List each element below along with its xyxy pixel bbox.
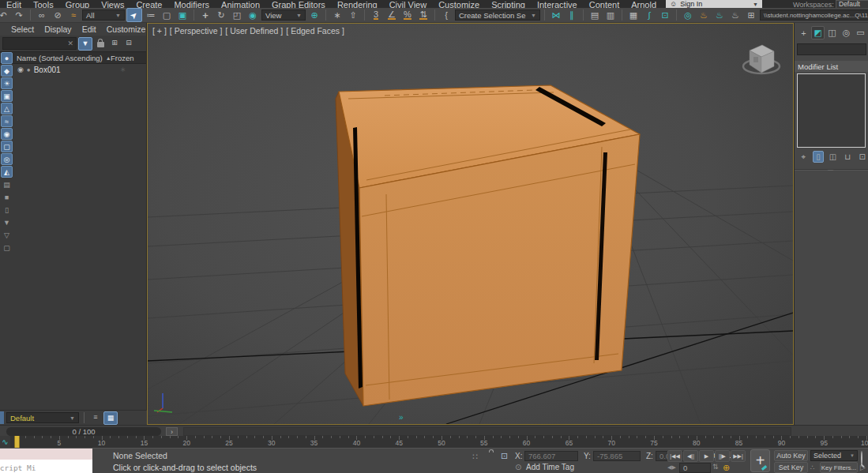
perspective-viewport[interactable]: [ + ][ Perspective ][ User Defined ][ Ed…: [147, 23, 794, 425]
render-setup-icon[interactable]: ♨: [697, 9, 711, 21]
frozen-toggle[interactable]: ∗: [120, 66, 126, 73]
menu-edit[interactable]: Edit: [6, 0, 21, 8]
menu-arnold[interactable]: Arnold: [631, 0, 656, 8]
visibility-eye-icon[interactable]: ◉: [17, 66, 24, 73]
current-frame-field[interactable]: 0: [679, 463, 711, 473]
menu-tools[interactable]: Tools: [33, 0, 54, 8]
menu-content[interactable]: Content: [589, 0, 620, 8]
select-object-button[interactable]: ➤: [126, 8, 142, 22]
filter-funnel-button[interactable]: ▼: [78, 37, 92, 51]
table-row[interactable]: ◉●Box001∗: [0, 64, 146, 75]
window-crossing-toggle-icon[interactable]: ▣: [175, 9, 190, 21]
viewport-canvas[interactable]: [148, 24, 793, 424]
keyboard-shortcut-override-icon[interactable]: ⇧: [346, 9, 360, 21]
menu-group[interactable]: Group: [66, 0, 90, 8]
modifier-stack[interactable]: [797, 73, 866, 148]
explorer-menu-edit[interactable]: Edit: [82, 24, 96, 34]
object-color-dot-icon[interactable]: ●: [27, 66, 31, 73]
play-button[interactable]: ▶: [699, 450, 714, 462]
snaps-toggle-icon[interactable]: 3: [369, 9, 383, 21]
project-path-dropdown[interactable]: \\student.nottinghamcollege.ac...Q\11334…: [760, 9, 868, 21]
select-and-place-icon[interactable]: ◉: [246, 9, 260, 21]
selection-set-filter-icon[interactable]: ▢: [1, 242, 13, 253]
select-by-name-icon[interactable]: ≔: [144, 9, 158, 21]
tab-modify[interactable]: ◩: [811, 26, 825, 39]
display-containers-icon[interactable]: ◭: [1, 166, 13, 178]
go-to-start-button[interactable]: |◀◀: [667, 450, 682, 462]
menu-rendering[interactable]: Rendering: [337, 0, 378, 8]
mirror-icon[interactable]: ⋈: [549, 9, 563, 21]
frozen-column-header[interactable]: Frozen: [111, 54, 134, 62]
undo-icon[interactable]: ↶: [0, 9, 10, 21]
view-name-menu[interactable]: [ User Defined ]: [225, 26, 283, 36]
lock-explorer-icon[interactable]: [94, 37, 107, 49]
layer-grid-icon[interactable]: ▦: [103, 411, 118, 425]
menu-scripting[interactable]: Scripting: [491, 0, 525, 8]
add-container-icon[interactable]: ⊞: [108, 37, 121, 49]
display-frozen-icon[interactable]: ▯: [1, 204, 13, 216]
named-selection-sets-icon[interactable]: {: [439, 9, 453, 21]
modifier-list-dropdown[interactable]: Modifier List: [795, 61, 868, 72]
display-cameras-icon[interactable]: ▣: [1, 90, 13, 102]
view-cube[interactable]: [743, 45, 780, 73]
named-selection-set-field[interactable]: Create Selection Se▼: [455, 9, 540, 21]
key-filters-button[interactable]: Key Filters...: [820, 462, 858, 473]
curve-editor-icon[interactable]: ∫: [642, 9, 656, 21]
tab-create[interactable]: +: [797, 26, 810, 39]
object-name-field[interactable]: [797, 43, 866, 55]
bind-to-space-warp-icon[interactable]: ≈: [66, 9, 81, 21]
tab-hierarchy[interactable]: ◫: [825, 26, 839, 39]
name-column-header[interactable]: Name (Sorted Ascending): [17, 54, 103, 62]
search-input[interactable]: ✕: [2, 37, 77, 50]
set-keys-button[interactable]: +: [750, 449, 770, 472]
select-and-move-icon[interactable]: +: [198, 9, 212, 21]
make-unique-icon[interactable]: ◫: [827, 151, 839, 163]
remove-modifier-icon[interactable]: ⊔: [842, 151, 854, 163]
track-bar-area[interactable]: [183, 427, 791, 436]
explorer-menu-select[interactable]: Select: [11, 24, 34, 34]
shading-menu[interactable]: [ Edged Faces ]: [286, 26, 344, 36]
select-and-scale-icon[interactable]: ◰: [230, 9, 244, 21]
redo-icon[interactable]: ↷: [12, 9, 26, 21]
menu-create[interactable]: Create: [136, 0, 162, 8]
menu-civil-view[interactable]: Civil View: [389, 0, 426, 8]
set-key-button[interactable]: Set Key: [774, 462, 808, 473]
object-name[interactable]: Box001: [34, 66, 61, 74]
display-bones-icon[interactable]: ◎: [1, 153, 13, 165]
menu-animation[interactable]: Animation: [221, 0, 260, 8]
display-groups-icon[interactable]: ◉: [1, 128, 13, 140]
configure-modifier-sets-icon[interactable]: ⊡: [856, 151, 868, 163]
unlink-selection-icon[interactable]: ⊘: [51, 9, 65, 21]
add-time-tag[interactable]: Add Time Tag: [526, 463, 574, 471]
next-frame-button[interactable]: ||▶: [715, 450, 730, 462]
filter-combination-icon[interactable]: ▽: [1, 229, 13, 241]
filter-selected-icon[interactable]: ▼: [1, 216, 13, 228]
explorer-menu-customize[interactable]: Customize: [107, 24, 146, 34]
display-helpers-icon[interactable]: △: [1, 103, 13, 114]
display-space-warps-icon[interactable]: ≈: [1, 115, 13, 127]
selection-set-key-dropdown[interactable]: Selected ▼: [810, 450, 858, 461]
auto-key-button[interactable]: Auto Key: [774, 450, 808, 461]
clear-search-icon[interactable]: ✕: [67, 39, 76, 47]
box001-object[interactable]: [336, 85, 640, 406]
tab-display[interactable]: ▭: [854, 26, 867, 39]
sort-layers-icon[interactable]: ≡: [89, 411, 102, 423]
display-hidden-icon[interactable]: ■: [1, 191, 13, 203]
time-slider-handle[interactable]: [14, 436, 20, 448]
key-mode-toggle-icon[interactable]: ◀▶: [667, 464, 676, 471]
next-frame-arrow-button[interactable]: ›: [166, 427, 178, 436]
time-slider[interactable]: 0 / 100: [6, 427, 161, 436]
previous-frame-button[interactable]: ◀||: [683, 450, 698, 462]
percent-snap-icon[interactable]: %: [400, 9, 415, 21]
select-and-link-icon[interactable]: ∞: [35, 9, 49, 21]
toolbar-handle[interactable]: [0, 411, 4, 424]
select-and-rotate-icon[interactable]: ↻: [214, 9, 228, 21]
rendered-frame-window-icon[interactable]: ♨: [712, 9, 727, 21]
layer-dropdown[interactable]: Default ▼: [6, 412, 79, 423]
selection-filter-dropdown[interactable]: All▼: [82, 9, 125, 21]
point-of-view-menu[interactable]: [ Perspective ]: [170, 26, 223, 36]
menu-modifiers[interactable]: Modifiers: [174, 0, 209, 8]
explorer-menu-display[interactable]: Display: [44, 24, 71, 34]
macro-recorder-pane[interactable]: [0, 449, 92, 460]
x-coordinate-field[interactable]: 766.607: [524, 451, 578, 461]
